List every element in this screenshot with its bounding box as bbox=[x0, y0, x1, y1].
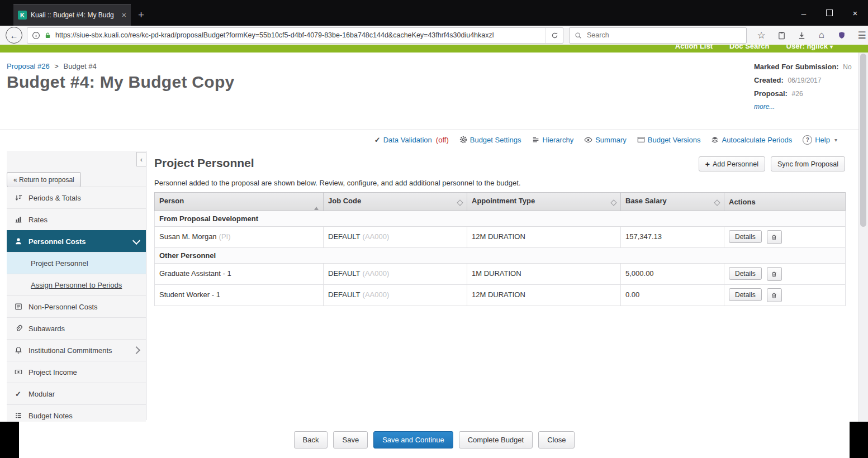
meta-created-value: 06/19/2017 bbox=[788, 77, 821, 84]
details-button[interactable]: Details bbox=[729, 267, 762, 280]
help-icon: ? bbox=[803, 135, 812, 145]
close-button[interactable]: Close bbox=[538, 431, 575, 449]
search-input[interactable] bbox=[586, 31, 741, 40]
info-icon[interactable] bbox=[32, 31, 40, 40]
cell-actions: Details bbox=[724, 227, 846, 248]
doc-search-link[interactable]: Doc Search bbox=[729, 45, 770, 53]
chevron-down-icon bbox=[132, 236, 140, 244]
home-icon[interactable]: ⌂ bbox=[812, 27, 832, 44]
column-header-job-code[interactable]: Job Code bbox=[324, 193, 467, 211]
sidebar-item-personnel-costs[interactable]: Personnel Costs bbox=[7, 230, 146, 252]
sort-icon[interactable] bbox=[610, 199, 616, 206]
table-header-row: Person Job Code Appointment Type Base Sa… bbox=[155, 193, 846, 211]
delete-button[interactable] bbox=[767, 288, 782, 302]
back-button[interactable]: ← bbox=[6, 27, 22, 44]
chart-icon bbox=[13, 216, 23, 223]
cell-person: Student Worker - 1 bbox=[155, 285, 324, 306]
sidebar-item-label: Subawards bbox=[29, 325, 65, 333]
shield-icon[interactable] bbox=[832, 27, 852, 44]
sidebar-item-label: Non-Personnel Costs bbox=[29, 303, 98, 311]
sidebar-item-label: Modular bbox=[29, 390, 55, 398]
navbar-icons: ☆ ⌂ ☰ bbox=[751, 27, 868, 44]
add-personnel-button[interactable]: + Add Personnel bbox=[699, 156, 765, 171]
sidebar-item-label: Budget Notes bbox=[29, 412, 73, 420]
browser-tab[interactable]: K Kuali :: Budget #4: My Budg × bbox=[13, 4, 131, 26]
window-minimize-button[interactable]: – bbox=[791, 0, 817, 26]
scrollbar-thumb[interactable] bbox=[860, 54, 866, 227]
window-close-button[interactable]: × bbox=[842, 0, 868, 26]
meta-proposal: Proposal: #26 bbox=[754, 88, 852, 99]
save-button[interactable]: Save bbox=[333, 431, 368, 449]
action-list-link[interactable]: Action List bbox=[675, 45, 713, 53]
delete-button[interactable] bbox=[767, 267, 782, 281]
main-header: Project Personnel + Add Personnel Sync f… bbox=[154, 156, 845, 172]
window-maximize-button[interactable] bbox=[817, 0, 842, 26]
eye-icon bbox=[584, 136, 592, 144]
bookmark-star-icon[interactable]: ☆ bbox=[751, 27, 771, 44]
download-icon[interactable] bbox=[791, 27, 812, 44]
cell-appointment: 1M DURATION bbox=[467, 264, 621, 285]
gear-icon bbox=[459, 136, 467, 144]
lock-icon[interactable] bbox=[44, 32, 51, 39]
breadcrumb-proposal-link[interactable]: Proposal #26 bbox=[7, 62, 50, 70]
return-to-proposal-button[interactable]: « Return to proposal bbox=[7, 172, 81, 187]
cell-base-salary: 0.00 bbox=[621, 285, 724, 306]
save-and-continue-button[interactable]: Save and Continue bbox=[373, 431, 453, 449]
page-title: Budget #4: My Budget Copy bbox=[7, 73, 235, 92]
layers-icon bbox=[711, 136, 719, 144]
sync-from-proposal-button[interactable]: Sync from Proposal bbox=[771, 156, 845, 171]
document-icon bbox=[13, 303, 23, 311]
more-link[interactable]: more... bbox=[754, 102, 852, 112]
details-button[interactable]: Details bbox=[729, 230, 762, 243]
sidebar-item-non-personnel-costs[interactable]: Non-Personnel Costs bbox=[7, 295, 146, 317]
browser-navbar: ← ☆ ⌂ bbox=[0, 26, 868, 45]
hierarchy-button[interactable]: Hierarchy bbox=[532, 136, 574, 144]
kuali-logo-icon: K bbox=[18, 11, 27, 20]
column-header-person[interactable]: Person bbox=[155, 193, 324, 211]
new-tab-button[interactable]: + bbox=[138, 9, 144, 21]
autocalculate-periods-button[interactable]: Autocalculate Periods bbox=[711, 136, 792, 144]
budget-settings-button[interactable]: Budget Settings bbox=[459, 136, 521, 144]
tab-close-icon[interactable]: × bbox=[122, 11, 126, 20]
sidebar-item-label: Project Personnel bbox=[31, 259, 88, 268]
clipboard-icon[interactable] bbox=[771, 27, 791, 44]
sidebar-item-periods-totals[interactable]: Periods & Totals bbox=[7, 187, 146, 208]
sidebar-item-subawards[interactable]: Subawards bbox=[7, 317, 146, 339]
url-input[interactable] bbox=[55, 31, 542, 39]
search-bar[interactable] bbox=[569, 27, 747, 44]
header-divider bbox=[0, 130, 859, 130]
sidebar-item-assign-personnel[interactable]: Assign Personnel to Periods bbox=[7, 274, 146, 295]
data-validation-button[interactable]: ✓ Data Validation (off) bbox=[374, 136, 449, 144]
section-description: Personnel added to the proposal are show… bbox=[154, 179, 845, 187]
url-bar[interactable] bbox=[27, 27, 563, 44]
summary-button[interactable]: Summary bbox=[584, 136, 627, 144]
reload-button[interactable] bbox=[546, 28, 563, 43]
sort-asc-icon[interactable] bbox=[314, 198, 319, 210]
column-header-appointment-type[interactable]: Appointment Type bbox=[467, 193, 621, 211]
hamburger-menu-icon[interactable]: ☰ bbox=[852, 27, 868, 44]
sidebar-collapse-button[interactable]: ‹ bbox=[136, 152, 146, 166]
sidebar-item-project-income[interactable]: Project Income bbox=[7, 361, 146, 383]
personnel-table: Person Job Code Appointment Type Base Sa… bbox=[154, 192, 846, 306]
help-button[interactable]: ? Help ▾ bbox=[803, 135, 837, 145]
delete-button[interactable] bbox=[767, 230, 782, 244]
sort-icon[interactable] bbox=[457, 199, 463, 206]
list-icon bbox=[13, 412, 23, 419]
budget-versions-label: Budget Versions bbox=[648, 136, 701, 144]
cell-appointment: 12M DURATION bbox=[467, 227, 621, 248]
column-header-base-salary[interactable]: Base Salary bbox=[621, 193, 724, 211]
sidebar-item-institutional-commitments[interactable]: Institutional Commitments bbox=[7, 339, 146, 361]
sidebar-item-rates[interactable]: Rates bbox=[7, 208, 146, 230]
user-menu[interactable]: User: nglick▾ bbox=[786, 45, 833, 53]
details-button[interactable]: Details bbox=[729, 288, 762, 301]
complete-budget-button[interactable]: Complete Budget bbox=[459, 431, 533, 449]
page-scrollbar[interactable] bbox=[858, 53, 868, 422]
sidebar-item-modular[interactable]: ✓ Modular bbox=[7, 383, 146, 404]
budget-versions-button[interactable]: Budget Versions bbox=[637, 136, 701, 144]
back-button[interactable]: Back bbox=[294, 431, 328, 449]
maximize-icon bbox=[826, 9, 833, 16]
meta-proposal-value: #26 bbox=[792, 90, 803, 98]
sync-from-proposal-label: Sync from Proposal bbox=[777, 160, 838, 168]
sidebar-item-project-personnel[interactable]: Project Personnel bbox=[7, 252, 146, 274]
sort-icon[interactable] bbox=[714, 199, 720, 206]
